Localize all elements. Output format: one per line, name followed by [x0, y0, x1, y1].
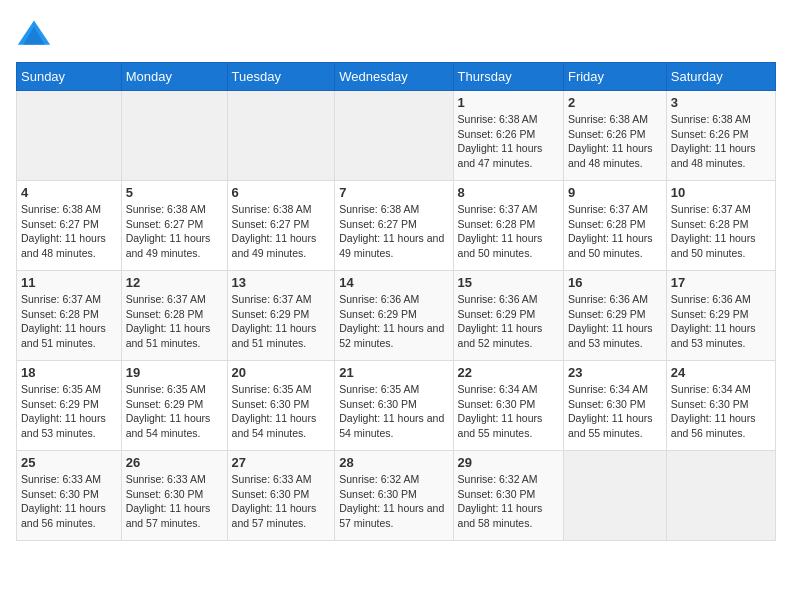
- calendar-cell: 9Sunrise: 6:37 AMSunset: 6:28 PMDaylight…: [563, 181, 666, 271]
- calendar-cell: [17, 91, 122, 181]
- calendar-body: 1Sunrise: 6:38 AMSunset: 6:26 PMDaylight…: [17, 91, 776, 541]
- day-info: Sunrise: 6:35 AMSunset: 6:30 PMDaylight:…: [232, 382, 331, 441]
- day-number: 6: [232, 185, 331, 200]
- logo: [16, 16, 56, 52]
- day-number: 2: [568, 95, 662, 110]
- day-info: Sunrise: 6:37 AMSunset: 6:28 PMDaylight:…: [21, 292, 117, 351]
- page-header: [16, 16, 776, 52]
- calendar-week-5: 25Sunrise: 6:33 AMSunset: 6:30 PMDayligh…: [17, 451, 776, 541]
- day-number: 1: [458, 95, 559, 110]
- day-info: Sunrise: 6:37 AMSunset: 6:28 PMDaylight:…: [458, 202, 559, 261]
- day-info: Sunrise: 6:38 AMSunset: 6:27 PMDaylight:…: [232, 202, 331, 261]
- day-number: 16: [568, 275, 662, 290]
- day-of-week-tuesday: Tuesday: [227, 63, 335, 91]
- day-info: Sunrise: 6:36 AMSunset: 6:29 PMDaylight:…: [568, 292, 662, 351]
- day-of-week-monday: Monday: [121, 63, 227, 91]
- day-number: 11: [21, 275, 117, 290]
- calendar-cell: [227, 91, 335, 181]
- day-info: Sunrise: 6:37 AMSunset: 6:28 PMDaylight:…: [126, 292, 223, 351]
- day-info: Sunrise: 6:36 AMSunset: 6:29 PMDaylight:…: [458, 292, 559, 351]
- calendar-cell: 14Sunrise: 6:36 AMSunset: 6:29 PMDayligh…: [335, 271, 453, 361]
- calendar-cell: 25Sunrise: 6:33 AMSunset: 6:30 PMDayligh…: [17, 451, 122, 541]
- day-number: 29: [458, 455, 559, 470]
- calendar-cell: 24Sunrise: 6:34 AMSunset: 6:30 PMDayligh…: [666, 361, 775, 451]
- day-info: Sunrise: 6:32 AMSunset: 6:30 PMDaylight:…: [458, 472, 559, 531]
- day-number: 3: [671, 95, 771, 110]
- day-info: Sunrise: 6:33 AMSunset: 6:30 PMDaylight:…: [21, 472, 117, 531]
- calendar-week-2: 4Sunrise: 6:38 AMSunset: 6:27 PMDaylight…: [17, 181, 776, 271]
- day-number: 5: [126, 185, 223, 200]
- day-number: 27: [232, 455, 331, 470]
- calendar-cell: 26Sunrise: 6:33 AMSunset: 6:30 PMDayligh…: [121, 451, 227, 541]
- day-number: 21: [339, 365, 448, 380]
- day-info: Sunrise: 6:32 AMSunset: 6:30 PMDaylight:…: [339, 472, 448, 531]
- calendar-cell: 27Sunrise: 6:33 AMSunset: 6:30 PMDayligh…: [227, 451, 335, 541]
- day-info: Sunrise: 6:33 AMSunset: 6:30 PMDaylight:…: [126, 472, 223, 531]
- calendar-cell: 5Sunrise: 6:38 AMSunset: 6:27 PMDaylight…: [121, 181, 227, 271]
- day-info: Sunrise: 6:35 AMSunset: 6:29 PMDaylight:…: [126, 382, 223, 441]
- day-info: Sunrise: 6:33 AMSunset: 6:30 PMDaylight:…: [232, 472, 331, 531]
- day-number: 28: [339, 455, 448, 470]
- calendar-cell: 18Sunrise: 6:35 AMSunset: 6:29 PMDayligh…: [17, 361, 122, 451]
- day-number: 23: [568, 365, 662, 380]
- calendar-cell: 8Sunrise: 6:37 AMSunset: 6:28 PMDaylight…: [453, 181, 563, 271]
- calendar-cell: 17Sunrise: 6:36 AMSunset: 6:29 PMDayligh…: [666, 271, 775, 361]
- day-number: 20: [232, 365, 331, 380]
- calendar-table: SundayMondayTuesdayWednesdayThursdayFrid…: [16, 62, 776, 541]
- day-info: Sunrise: 6:37 AMSunset: 6:28 PMDaylight:…: [568, 202, 662, 261]
- day-number: 19: [126, 365, 223, 380]
- calendar-cell: 3Sunrise: 6:38 AMSunset: 6:26 PMDaylight…: [666, 91, 775, 181]
- day-number: 10: [671, 185, 771, 200]
- calendar-cell: [335, 91, 453, 181]
- calendar-week-3: 11Sunrise: 6:37 AMSunset: 6:28 PMDayligh…: [17, 271, 776, 361]
- calendar-cell: 23Sunrise: 6:34 AMSunset: 6:30 PMDayligh…: [563, 361, 666, 451]
- calendar-cell: [666, 451, 775, 541]
- day-number: 18: [21, 365, 117, 380]
- day-number: 4: [21, 185, 117, 200]
- day-info: Sunrise: 6:35 AMSunset: 6:30 PMDaylight:…: [339, 382, 448, 441]
- day-info: Sunrise: 6:38 AMSunset: 6:27 PMDaylight:…: [21, 202, 117, 261]
- day-number: 24: [671, 365, 771, 380]
- day-of-week-friday: Friday: [563, 63, 666, 91]
- calendar-cell: 20Sunrise: 6:35 AMSunset: 6:30 PMDayligh…: [227, 361, 335, 451]
- day-info: Sunrise: 6:38 AMSunset: 6:27 PMDaylight:…: [126, 202, 223, 261]
- day-info: Sunrise: 6:36 AMSunset: 6:29 PMDaylight:…: [339, 292, 448, 351]
- calendar-cell: 15Sunrise: 6:36 AMSunset: 6:29 PMDayligh…: [453, 271, 563, 361]
- day-info: Sunrise: 6:34 AMSunset: 6:30 PMDaylight:…: [671, 382, 771, 441]
- day-number: 22: [458, 365, 559, 380]
- calendar-cell: 11Sunrise: 6:37 AMSunset: 6:28 PMDayligh…: [17, 271, 122, 361]
- calendar-cell: 12Sunrise: 6:37 AMSunset: 6:28 PMDayligh…: [121, 271, 227, 361]
- calendar-cell: 16Sunrise: 6:36 AMSunset: 6:29 PMDayligh…: [563, 271, 666, 361]
- day-info: Sunrise: 6:34 AMSunset: 6:30 PMDaylight:…: [458, 382, 559, 441]
- calendar-cell: 22Sunrise: 6:34 AMSunset: 6:30 PMDayligh…: [453, 361, 563, 451]
- days-of-week-row: SundayMondayTuesdayWednesdayThursdayFrid…: [17, 63, 776, 91]
- calendar-cell: 10Sunrise: 6:37 AMSunset: 6:28 PMDayligh…: [666, 181, 775, 271]
- calendar-week-4: 18Sunrise: 6:35 AMSunset: 6:29 PMDayligh…: [17, 361, 776, 451]
- day-number: 17: [671, 275, 771, 290]
- calendar-cell: 21Sunrise: 6:35 AMSunset: 6:30 PMDayligh…: [335, 361, 453, 451]
- day-number: 13: [232, 275, 331, 290]
- day-info: Sunrise: 6:37 AMSunset: 6:28 PMDaylight:…: [671, 202, 771, 261]
- day-of-week-wednesday: Wednesday: [335, 63, 453, 91]
- day-info: Sunrise: 6:38 AMSunset: 6:26 PMDaylight:…: [458, 112, 559, 171]
- day-number: 9: [568, 185, 662, 200]
- day-info: Sunrise: 6:35 AMSunset: 6:29 PMDaylight:…: [21, 382, 117, 441]
- day-info: Sunrise: 6:38 AMSunset: 6:27 PMDaylight:…: [339, 202, 448, 261]
- calendar-cell: 7Sunrise: 6:38 AMSunset: 6:27 PMDaylight…: [335, 181, 453, 271]
- day-number: 12: [126, 275, 223, 290]
- day-number: 8: [458, 185, 559, 200]
- calendar-cell: 1Sunrise: 6:38 AMSunset: 6:26 PMDaylight…: [453, 91, 563, 181]
- calendar-cell: 6Sunrise: 6:38 AMSunset: 6:27 PMDaylight…: [227, 181, 335, 271]
- calendar-cell: 28Sunrise: 6:32 AMSunset: 6:30 PMDayligh…: [335, 451, 453, 541]
- calendar-week-1: 1Sunrise: 6:38 AMSunset: 6:26 PMDaylight…: [17, 91, 776, 181]
- calendar-cell: 19Sunrise: 6:35 AMSunset: 6:29 PMDayligh…: [121, 361, 227, 451]
- day-info: Sunrise: 6:36 AMSunset: 6:29 PMDaylight:…: [671, 292, 771, 351]
- day-number: 14: [339, 275, 448, 290]
- calendar-cell: 2Sunrise: 6:38 AMSunset: 6:26 PMDaylight…: [563, 91, 666, 181]
- calendar-cell: 13Sunrise: 6:37 AMSunset: 6:29 PMDayligh…: [227, 271, 335, 361]
- day-number: 26: [126, 455, 223, 470]
- day-of-week-sunday: Sunday: [17, 63, 122, 91]
- day-info: Sunrise: 6:38 AMSunset: 6:26 PMDaylight:…: [671, 112, 771, 171]
- day-number: 7: [339, 185, 448, 200]
- day-number: 25: [21, 455, 117, 470]
